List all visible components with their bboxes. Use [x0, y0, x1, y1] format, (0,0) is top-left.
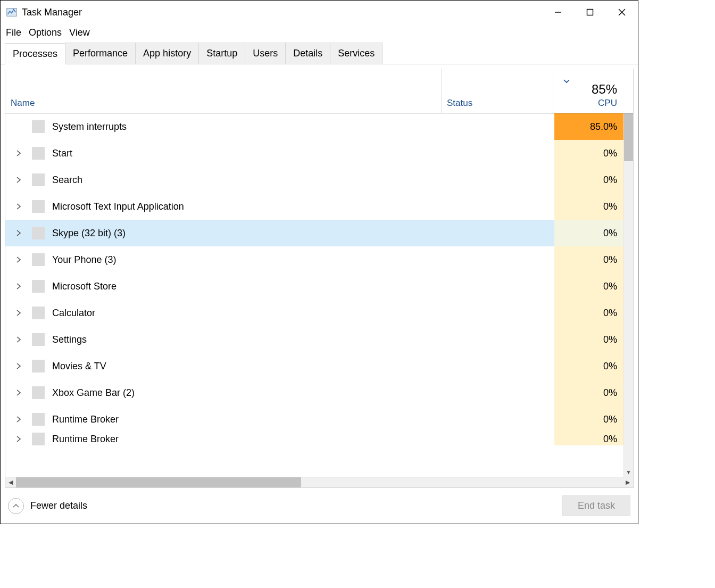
process-cpu-cell: 0%: [554, 140, 623, 167]
tab-app-history[interactable]: App history: [135, 43, 199, 64]
process-cpu-cell: 0%: [554, 353, 623, 379]
tab-users[interactable]: Users: [245, 43, 286, 64]
menu-options[interactable]: Options: [29, 27, 62, 38]
process-name-cell[interactable]: Microsoft Store: [5, 273, 443, 300]
scroll-gutter: [622, 69, 633, 113]
minimize-button[interactable]: [542, 1, 574, 24]
process-icon: [32, 433, 45, 445]
fewer-details-button[interactable]: Fewer details: [8, 498, 87, 514]
table-row[interactable]: Movies & TV0%: [5, 353, 633, 379]
expand-icon[interactable]: [15, 363, 22, 369]
process-name: Skype (32 bit) (3): [52, 228, 126, 239]
close-button[interactable]: [606, 1, 638, 24]
vertical-scrollbar[interactable]: ▲ ▼: [623, 113, 633, 477]
process-name-cell[interactable]: Xbox Game Bar (2): [5, 379, 443, 406]
process-cpu-cell: 0%: [554, 167, 623, 193]
expand-icon[interactable]: [15, 177, 22, 183]
tab-performance[interactable]: Performance: [65, 43, 136, 64]
menu-view[interactable]: View: [69, 27, 90, 38]
tab-startup[interactable]: Startup: [198, 43, 245, 64]
table-row[interactable]: Calculator0%: [5, 300, 633, 326]
process-icon: [32, 280, 45, 293]
process-cpu-cell: 0%: [554, 273, 623, 300]
column-cpu[interactable]: 85% CPU: [553, 69, 622, 113]
chevron-down-icon: [563, 76, 570, 87]
process-name-cell[interactable]: Calculator: [5, 300, 443, 326]
titlebar[interactable]: Task Manager: [1, 1, 638, 24]
process-status-cell: [443, 300, 554, 326]
table-row[interactable]: Search0%: [5, 167, 633, 193]
process-icon: [32, 360, 45, 372]
tab-processes[interactable]: Processes: [5, 43, 65, 64]
process-name-cell[interactable]: Your Phone (3): [5, 246, 443, 273]
expand-icon[interactable]: [15, 230, 22, 236]
process-name: Microsoft Store: [52, 281, 117, 292]
expand-icon[interactable]: [15, 256, 22, 263]
expand-icon[interactable]: [15, 150, 22, 156]
expand-icon[interactable]: [15, 390, 22, 396]
process-name-cell[interactable]: System interrupts: [5, 113, 443, 140]
expand-icon[interactable]: [15, 283, 22, 289]
expand-icon[interactable]: [15, 436, 22, 442]
cpu-total: 85%: [592, 82, 617, 97]
process-status-cell: [443, 193, 554, 220]
process-icon: [32, 253, 45, 266]
process-name-cell[interactable]: Runtime Broker: [5, 433, 443, 445]
process-name-cell[interactable]: Runtime Broker: [5, 406, 443, 433]
process-name: Your Phone (3): [52, 254, 116, 266]
footer: Fewer details End task: [1, 488, 638, 524]
process-name: Movies & TV: [52, 361, 106, 372]
tab-services[interactable]: Services: [330, 43, 383, 64]
expand-icon[interactable]: [15, 416, 22, 423]
menu-file[interactable]: File: [6, 27, 21, 38]
maximize-button[interactable]: [574, 1, 606, 24]
table-body: System interrupts85.0%Start0%Search0%Mic…: [5, 113, 633, 477]
table-row[interactable]: Microsoft Text Input Application0%: [5, 193, 633, 220]
process-name-cell[interactable]: Start: [5, 140, 443, 167]
process-status-cell: [443, 353, 554, 379]
process-cpu-cell: 0%: [554, 379, 623, 406]
table-row[interactable]: Start0%: [5, 140, 633, 167]
expand-icon[interactable]: [15, 310, 22, 316]
hscroll-thumb[interactable]: [16, 477, 301, 487]
table-row[interactable]: Runtime Broker0%: [5, 406, 633, 433]
process-status-cell: [443, 379, 554, 406]
process-cpu-cell: 0%: [554, 326, 623, 353]
process-name-cell[interactable]: Search: [5, 167, 443, 193]
process-name: Calculator: [52, 308, 95, 319]
table-row[interactable]: Skype (32 bit) (3)0%: [5, 220, 633, 246]
end-task-button[interactable]: End task: [562, 495, 630, 516]
process-name-cell[interactable]: Settings: [5, 326, 443, 353]
process-status-cell: [443, 246, 554, 273]
process-status-cell: [443, 113, 554, 140]
scroll-right-icon[interactable]: ▶: [622, 479, 633, 486]
table-row[interactable]: Runtime Broker0%: [5, 433, 633, 445]
process-name: Start: [52, 148, 72, 159]
column-status[interactable]: Status: [442, 69, 553, 113]
expand-icon[interactable]: [15, 203, 22, 210]
chevron-up-icon: [8, 498, 24, 514]
expand-icon[interactable]: [15, 336, 22, 343]
scroll-down-icon[interactable]: ▼: [624, 467, 633, 477]
svg-rect-2: [587, 10, 593, 15]
tabs: Processes Performance App history Startu…: [1, 43, 638, 64]
scroll-thumb[interactable]: [624, 113, 633, 161]
scroll-left-icon[interactable]: ◀: [5, 479, 16, 486]
process-icon: [32, 307, 45, 319]
window-controls: [542, 1, 638, 24]
table-row[interactable]: System interrupts85.0%: [5, 113, 633, 140]
process-name-cell[interactable]: Microsoft Text Input Application: [5, 193, 443, 220]
table-row[interactable]: Microsoft Store0%: [5, 273, 633, 300]
column-name[interactable]: Name: [5, 69, 442, 113]
process-icon: [32, 413, 45, 426]
tab-details[interactable]: Details: [285, 43, 330, 64]
process-name-cell[interactable]: Skype (32 bit) (3): [5, 220, 443, 246]
table-row[interactable]: Settings0%: [5, 326, 633, 353]
table-row[interactable]: Xbox Game Bar (2)0%: [5, 379, 633, 406]
table-row[interactable]: Your Phone (3)0%: [5, 246, 633, 273]
process-cpu-cell: 0%: [554, 220, 623, 246]
menubar: File Options View: [1, 24, 638, 43]
process-icon: [32, 120, 45, 133]
horizontal-scrollbar[interactable]: ◀ ▶: [5, 477, 633, 487]
process-name-cell[interactable]: Movies & TV: [5, 353, 443, 379]
